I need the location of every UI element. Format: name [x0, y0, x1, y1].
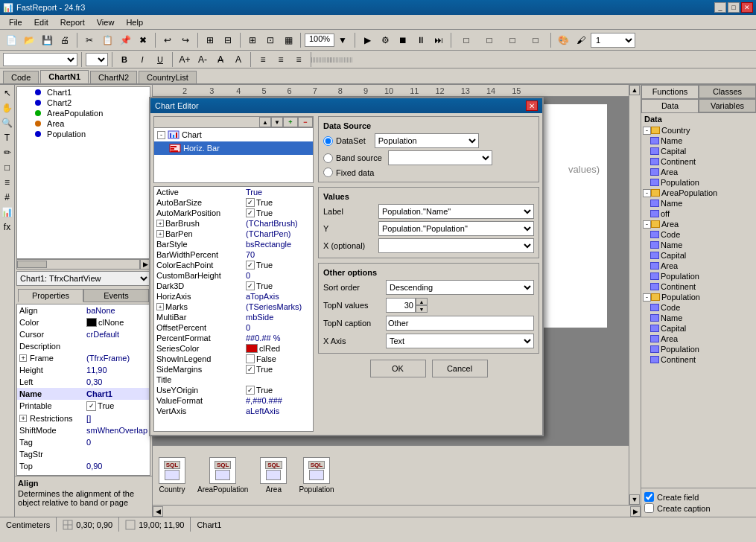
- topn-up[interactable]: ▲: [416, 298, 428, 305]
- expand-country[interactable]: -: [643, 127, 651, 135]
- align-right-btn[interactable]: ≡: [290, 51, 307, 68]
- tab-properties[interactable]: Properties: [18, 289, 83, 302]
- chart-editor-dialog[interactable]: Chart Editor ✕ ▲ ▼ + − -: [149, 97, 544, 436]
- stop-button[interactable]: ⏹: [395, 32, 411, 48]
- close-button[interactable]: ✕: [741, 2, 753, 13]
- strikethrough-btn[interactable]: A̶: [212, 51, 229, 68]
- rtree-areapopulation[interactable]: - AreaPopulation: [641, 188, 756, 198]
- tree-item-chart1[interactable]: Chart1: [17, 87, 150, 98]
- highlight-btn[interactable]: A: [230, 51, 247, 68]
- create-caption-checkbox[interactable]: [644, 503, 654, 513]
- underline-button[interactable]: U: [152, 51, 168, 68]
- sort-order-select[interactable]: Descending: [386, 280, 534, 295]
- rtree-area-population[interactable]: Population: [641, 271, 756, 281]
- radio-dataset[interactable]: [323, 136, 333, 146]
- tree-scroll-down[interactable]: ▼: [271, 117, 283, 127]
- rtree-pop-capital[interactable]: Capital: [641, 323, 756, 334]
- rtree-population[interactable]: - Population: [641, 292, 756, 302]
- cancel-button[interactable]: Cancel: [432, 360, 488, 377]
- remove-series-btn[interactable]: −: [298, 117, 313, 127]
- tree-item-population[interactable]: Population: [17, 129, 150, 139]
- tab-functions[interactable]: Functions: [641, 85, 699, 98]
- topn-caption-input[interactable]: [386, 316, 534, 331]
- topn-down[interactable]: ▼: [416, 305, 428, 313]
- menu-edit[interactable]: Edit: [28, 16, 54, 28]
- rtree-country-name[interactable]: Name: [641, 136, 756, 146]
- rtree-areapop-off[interactable]: off: [641, 208, 756, 219]
- expand-area[interactable]: -: [643, 220, 651, 229]
- align-left-btn[interactable]: ≡: [255, 51, 271, 68]
- copy-button[interactable]: 📋: [99, 32, 115, 48]
- chart-root-row[interactable]: - Chart: [154, 128, 313, 141]
- hscrollbar[interactable]: ◀ ▶: [153, 505, 641, 517]
- icon-areapopulation[interactable]: SQL AreaPopulation: [197, 457, 248, 494]
- object-combo[interactable]: Chart1: TfrxChartView: [16, 271, 150, 286]
- tab-chartn2[interactable]: ChartN2: [90, 71, 137, 83]
- expand-chart[interactable]: -: [157, 131, 165, 139]
- tool-select[interactable]: ↖: [1, 86, 14, 100]
- check-showinlegend[interactable]: [246, 354, 255, 363]
- border-btn1[interactable]: □: [455, 32, 477, 48]
- dp-marks[interactable]: +Marks(TSeriesMarks): [154, 302, 313, 312]
- subtab-variables[interactable]: Variables: [699, 99, 756, 112]
- icon-area[interactable]: SQL Area: [260, 457, 287, 494]
- check-autobarsize[interactable]: ✓: [246, 198, 255, 207]
- tool-barcode[interactable]: #: [1, 191, 14, 204]
- delete-button[interactable]: ✖: [135, 32, 151, 48]
- zoom-dropdown-btn[interactable]: ▼: [334, 32, 351, 48]
- tab-code[interactable]: Code: [3, 71, 39, 83]
- tree-scroll-up[interactable]: ▲: [259, 117, 271, 127]
- radio-bandsource[interactable]: [323, 153, 333, 163]
- italic-button[interactable]: I: [134, 51, 150, 68]
- tool-text[interactable]: T: [1, 131, 14, 144]
- maximize-button[interactable]: □: [728, 2, 740, 13]
- step-button[interactable]: ⏭: [431, 32, 447, 48]
- align-center-btn[interactable]: ≡: [273, 51, 289, 68]
- vscroll-down[interactable]: ▼: [629, 494, 640, 505]
- menu-file[interactable]: File: [3, 16, 28, 28]
- rtree-country-capital[interactable]: Capital: [641, 146, 756, 156]
- rtree-area-capital[interactable]: Capital: [641, 250, 756, 261]
- label-select[interactable]: Population."Name": [378, 204, 534, 219]
- tree-item-area[interactable]: Area: [17, 118, 150, 129]
- icon-country[interactable]: SQL Country: [159, 457, 185, 494]
- fill-btn[interactable]: 🖌: [573, 32, 589, 48]
- rtree-country-continent[interactable]: Continent: [641, 156, 756, 167]
- vscrollbar[interactable]: ▲ ▼: [629, 85, 641, 505]
- bandsource-select[interactable]: [388, 150, 492, 165]
- prop-restrictions[interactable]: +Restrictions []: [17, 412, 150, 424]
- tab-events[interactable]: Events: [83, 289, 149, 302]
- rtree-pop-area[interactable]: Area: [641, 334, 756, 344]
- menu-view[interactable]: View: [91, 16, 121, 28]
- topn-input[interactable]: [386, 298, 416, 313]
- tool-var[interactable]: 📊: [1, 205, 14, 219]
- check-automark[interactable]: ✓: [246, 208, 255, 217]
- ok-button[interactable]: OK: [370, 360, 426, 377]
- line-width-select[interactable]: 1: [591, 33, 635, 48]
- rtree-areapop-name[interactable]: Name: [641, 198, 756, 208]
- vscroll-up[interactable]: ▲: [629, 85, 640, 95]
- cut-button[interactable]: ✂: [81, 32, 98, 48]
- rtree-area-area[interactable]: Area: [641, 261, 756, 271]
- menu-help[interactable]: Help: [120, 16, 149, 28]
- tree-item-areapopulation[interactable]: AreaPopulation: [17, 108, 150, 118]
- open-button[interactable]: 📂: [21, 32, 37, 48]
- check-coloreachpt[interactable]: ✓: [246, 261, 255, 270]
- tool-band[interactable]: ≡: [1, 176, 14, 189]
- align-button[interactable]: ⊞: [202, 32, 218, 48]
- save-button[interactable]: 💾: [39, 32, 55, 48]
- radio-fixeddata[interactable]: [323, 168, 333, 177]
- tool-rect[interactable]: □: [1, 161, 14, 174]
- chart-child-row[interactable]: Horiz. Bar: [154, 141, 313, 155]
- text-shrink-btn[interactable]: A-: [194, 51, 211, 68]
- expand-areapopulation[interactable]: -: [643, 189, 651, 197]
- tool-edit[interactable]: ✏: [1, 146, 14, 159]
- bold-button[interactable]: B: [116, 51, 133, 68]
- prop-frame[interactable]: +Frame (TfrxFrame): [17, 352, 150, 364]
- rtree-pop-population[interactable]: Population: [641, 344, 756, 354]
- pause-button[interactable]: ⏸: [413, 32, 429, 48]
- print-button[interactable]: 🖨: [57, 32, 73, 48]
- run-button[interactable]: ⚙: [377, 32, 393, 48]
- tree-item-chart2[interactable]: Chart2: [17, 98, 150, 108]
- rtree-pop-code[interactable]: Code: [641, 302, 756, 313]
